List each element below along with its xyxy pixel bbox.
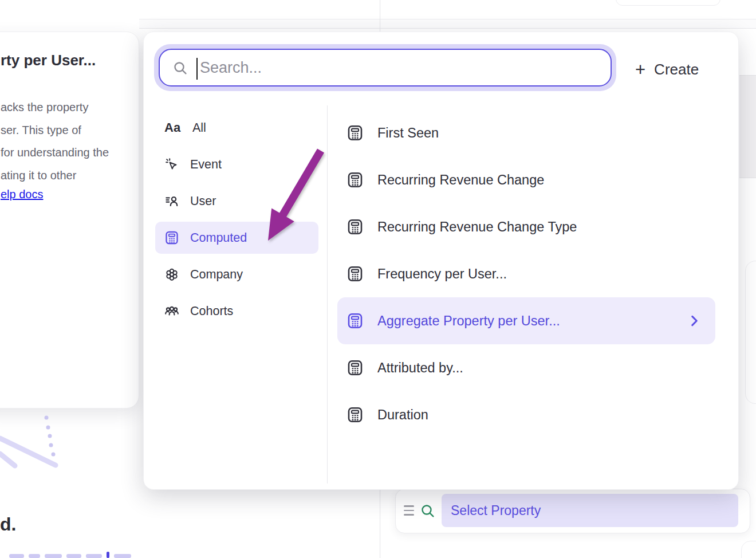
property-label: Recurring Revenue Change xyxy=(377,172,544,188)
screen: rty per User... acks the property ser. T… xyxy=(0,0,756,558)
search-box xyxy=(159,49,612,87)
category-company[interactable]: Company xyxy=(155,258,318,290)
drag-handle-icon[interactable] xyxy=(404,505,414,518)
calculator-icon xyxy=(164,230,179,245)
property-recurring-revenue-change[interactable]: Recurring Revenue Change xyxy=(337,156,715,203)
property-list: First Seen Recurring Revenue Change Recu… xyxy=(337,109,715,438)
calculator-icon xyxy=(346,124,364,142)
search-input[interactable] xyxy=(160,50,611,85)
property-first-seen[interactable]: First Seen xyxy=(337,109,715,156)
property-label: Frequency per User... xyxy=(377,266,507,282)
category-all[interactable]: Aa All xyxy=(155,112,318,144)
property-label: First Seen xyxy=(377,125,439,141)
user-list-icon xyxy=(164,194,179,209)
calculator-icon xyxy=(346,218,364,235)
property-aggregate-property-per-user[interactable]: Aggregate Property per User... xyxy=(337,297,715,344)
category-label: Cohorts xyxy=(190,304,233,319)
category-label: Computed xyxy=(190,231,247,245)
company-cluster-icon xyxy=(164,267,179,282)
column-divider xyxy=(327,105,328,484)
chevron-right-icon xyxy=(687,313,702,328)
cursor-click-icon xyxy=(164,157,179,172)
text-caret xyxy=(196,58,198,80)
property-attributed-by[interactable]: Attributed by... xyxy=(337,344,715,391)
cohorts-people-icon xyxy=(164,304,179,319)
tooltip-title: rty per User... xyxy=(1,52,96,69)
background-button-outline xyxy=(616,0,720,6)
tooltip-body-line: acks the property xyxy=(1,96,109,119)
calculator-icon xyxy=(346,171,364,188)
plus-icon: + xyxy=(635,61,645,78)
background-card-edge xyxy=(745,261,756,404)
background-card-edge xyxy=(741,541,756,558)
property-picker-modal: + Create Aa All Event User Computed xyxy=(143,32,739,490)
text-aa-icon: Aa xyxy=(164,120,182,135)
category-cohorts[interactable]: Cohorts xyxy=(155,295,318,327)
property-label: Duration xyxy=(377,407,428,423)
category-label: All xyxy=(192,121,206,135)
category-label: User xyxy=(190,194,216,209)
tooltip-body-line: ating it to other xyxy=(1,164,109,187)
search-icon xyxy=(420,503,436,519)
property-label: Attributed by... xyxy=(377,360,463,376)
clipped-heading-text: d. xyxy=(0,514,16,535)
tooltip-body-line: ser. This type of xyxy=(1,119,109,142)
property-duration[interactable]: Duration xyxy=(337,391,715,438)
help-docs-link[interactable]: elp docs xyxy=(1,188,44,201)
property-frequency-per-user[interactable]: Frequency per User... xyxy=(337,250,715,297)
category-list: Aa All Event User Computed Company Co xyxy=(155,112,318,327)
create-button[interactable]: + Create xyxy=(635,58,699,80)
calculator-icon xyxy=(346,359,364,376)
tooltip-body: acks the property ser. This type of for … xyxy=(1,96,109,187)
property-recurring-revenue-change-type[interactable]: Recurring Revenue Change Type xyxy=(337,203,715,250)
property-tooltip-card: rty per User... acks the property ser. T… xyxy=(0,32,139,408)
tooltip-body-line: for understanding the xyxy=(1,142,109,164)
clipped-purple-text xyxy=(9,552,135,558)
background-grey-block xyxy=(739,75,756,178)
category-event[interactable]: Event xyxy=(155,148,318,180)
category-user[interactable]: User xyxy=(155,185,318,217)
select-property-label: Select Property xyxy=(451,503,541,518)
query-builder-row: Select Property xyxy=(395,489,750,533)
calculator-icon xyxy=(346,265,364,282)
category-label: Company xyxy=(190,268,243,282)
search-box-glow xyxy=(154,44,616,91)
category-label: Event xyxy=(190,158,222,172)
property-label: Recurring Revenue Change Type xyxy=(377,219,577,235)
calculator-icon xyxy=(346,406,364,423)
category-computed[interactable]: Computed xyxy=(155,222,318,254)
background-toolbar-band xyxy=(139,19,756,29)
select-property-button[interactable]: Select Property xyxy=(442,494,738,527)
calculator-icon xyxy=(346,312,364,329)
search-icon xyxy=(172,60,188,76)
create-button-label: Create xyxy=(654,61,699,78)
property-label: Aggregate Property per User... xyxy=(377,313,560,329)
